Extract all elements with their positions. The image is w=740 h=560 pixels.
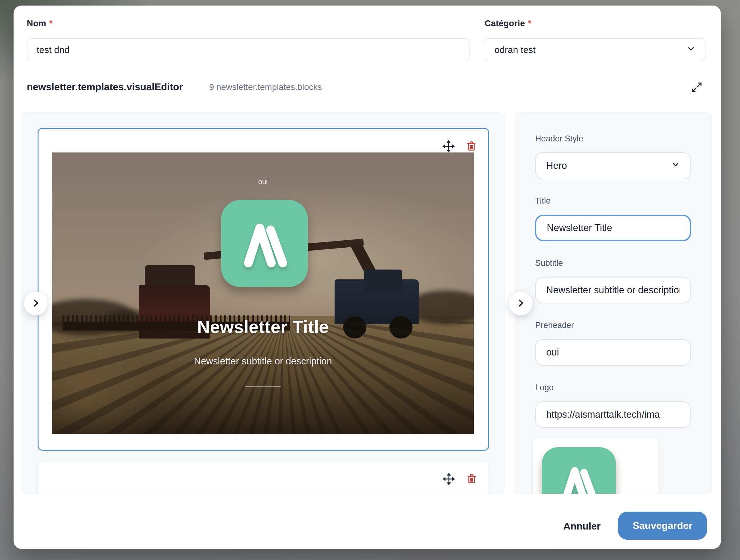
chevron-right-icon [516, 298, 526, 309]
next-content-block[interactable] [37, 461, 489, 494]
blocks-count-text: 9 newsletter.templates.blocks [209, 82, 322, 92]
preheader-input[interactable] [535, 339, 691, 366]
name-label: Nom* [27, 18, 53, 28]
aismarttalk-logo-mark [231, 209, 298, 278]
delete-block-button[interactable] [465, 140, 478, 153]
hero-block-actions [442, 140, 478, 153]
name-label-text: Nom [27, 18, 46, 28]
header-style-selected-value: Hero [546, 160, 567, 171]
expand-editor-button[interactable] [690, 81, 704, 94]
logo-url-input[interactable] [535, 401, 691, 428]
editor-section-title: newsletter.templates.visualEditor [27, 81, 183, 93]
trash-icon [466, 481, 477, 485]
drag-handle[interactable] [442, 472, 455, 485]
required-asterisk: * [528, 18, 532, 28]
canvas-nav-left-button[interactable] [24, 291, 48, 315]
block-settings-panel: Header Style Hero Title Subtitle Prehead… [515, 112, 712, 494]
brand-logo-preview [542, 447, 616, 494]
category-label-text: Catégorie [485, 18, 525, 28]
title-input-focused[interactable] [535, 215, 691, 241]
delete-block-button[interactable] [465, 472, 478, 485]
preview-preheader-text: oui [52, 178, 474, 186]
newsletter-canvas: oui Newsletter Title Newsletter subtitle… [21, 112, 504, 494]
template-editor-modal: Nom* Catégorie* odran test newsletter.te… [14, 6, 721, 549]
subtitle-input[interactable] [535, 277, 691, 303]
preheader-field-label: Preheader [535, 321, 574, 330]
aismarttalk-logo-mark [550, 455, 608, 494]
subtitle-field-label: Subtitle [535, 259, 563, 268]
name-input[interactable] [27, 38, 469, 61]
cancel-button-label: Annuler [563, 521, 601, 532]
brand-logo [221, 200, 308, 287]
title-field-label: Title [535, 196, 551, 206]
trash-icon [465, 148, 477, 153]
header-style-select[interactable]: Hero [535, 152, 691, 179]
category-label: Catégorie* [485, 18, 532, 28]
next-block-actions [442, 472, 478, 485]
chevron-down-icon [671, 160, 680, 171]
preview-title-text: Newsletter Title [52, 316, 474, 337]
hero-art-tint [52, 153, 474, 434]
category-selected-value: odran test [494, 45, 536, 55]
chevron-right-icon [30, 298, 41, 309]
logo-field-label: Logo [535, 383, 554, 392]
category-select[interactable]: odran test [485, 38, 706, 61]
screen: Nom* Catégorie* odran test newsletter.te… [0, 0, 740, 560]
hero-preview-image: oui Newsletter Title Newsletter subtitle… [52, 153, 474, 434]
cancel-button[interactable]: Annuler [551, 518, 613, 535]
save-button-label: Sauvegarder [633, 520, 692, 531]
save-button[interactable]: Sauvegarder [618, 511, 707, 540]
preview-subtitle-text: Newsletter subtitle or description [52, 356, 474, 367]
required-asterisk: * [49, 18, 53, 28]
logo-preview-card [533, 438, 659, 494]
hero-block-selected[interactable]: oui Newsletter Title Newsletter subtitle… [37, 128, 489, 451]
move-icon [442, 482, 455, 486]
drag-handle[interactable] [442, 140, 455, 153]
chevron-down-icon [686, 44, 696, 56]
expand-icon [691, 90, 703, 94]
settings-nav-collapse-button[interactable] [508, 291, 533, 315]
preview-divider [245, 386, 281, 387]
header-style-label: Header Style [535, 134, 583, 144]
